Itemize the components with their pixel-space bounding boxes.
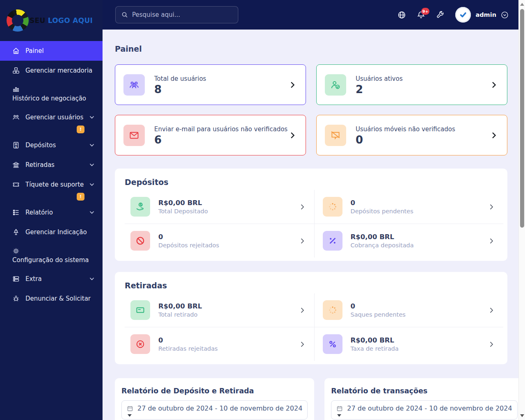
- topbar: 9+ admin: [103, 0, 518, 30]
- caret-down-icon: [337, 414, 512, 417]
- withdrawals-pending-row[interactable]: 0 Saques pendentes: [314, 293, 504, 327]
- avatar: [455, 7, 471, 23]
- stat-value: 6: [154, 135, 288, 145]
- vertical-scrollbar[interactable]: [518, 0, 525, 420]
- sidebar-item-label: Painel: [25, 47, 44, 55]
- item-value: R$0,00 BRL: [158, 302, 202, 310]
- chevron-right-icon: [492, 132, 496, 139]
- sidebar-item-tiquete-suporte[interactable]: Tíquete de suporte !: [0, 175, 103, 194]
- stat-value: 8: [154, 84, 206, 95]
- spinner-icon: [323, 197, 342, 217]
- chevron-down-icon: [89, 144, 94, 147]
- wrench-icon[interactable]: [436, 11, 445, 19]
- item-label: Saques pendentes: [351, 311, 406, 318]
- chevron-right-icon: [290, 132, 295, 139]
- circle-x-icon: [130, 334, 150, 354]
- alert-badge: !: [77, 193, 84, 201]
- deposits-charge-row[interactable]: R$0,00 BRL Cobrança depositada: [314, 224, 504, 258]
- item-label: Taxa de retirada: [351, 345, 399, 352]
- deposits-section: Depósitos $ R$0,00 BRL Total Depositado: [115, 169, 507, 261]
- sidebar-item-label: Gerenciar usuários: [25, 114, 83, 121]
- date-range-value: 27 de outubro de 2024 - 10 de novembro d…: [137, 404, 302, 412]
- stat-label: Usuários ativos: [356, 75, 403, 82]
- stat-label: Total de usuários: [154, 75, 206, 82]
- spinner-icon: [323, 300, 342, 320]
- sidebar-item-gerenciar-mercadoria[interactable]: Gerenciar mercadoria: [0, 61, 103, 80]
- sidebar-item-configuracao-sistema[interactable]: Configuração do sistema: [0, 242, 103, 269]
- logo-text-primary: SEU: [30, 16, 46, 25]
- withdrawals-total-row[interactable]: R$0,00 BRL Total retirado: [125, 293, 314, 327]
- percent-slash-icon: [323, 231, 342, 251]
- sidebar-item-painel[interactable]: Painel: [0, 41, 103, 61]
- stat-card-moveis-nao-verificados[interactable]: Usuários móveis não verificados 0: [316, 115, 507, 155]
- date-range-picker[interactable]: 27 de outubro de 2024 - 10 de novembro d…: [121, 400, 308, 420]
- chevron-right-icon: [290, 81, 295, 89]
- item-label: Total Depositado: [158, 208, 208, 215]
- topbar-actions: 9+ admin: [397, 7, 518, 23]
- credit-card-icon: [130, 300, 150, 320]
- search-box[interactable]: [115, 6, 238, 23]
- sidebar-item-label: Depósitos: [25, 142, 56, 149]
- scroll-up-arrow-icon[interactable]: [520, 3, 524, 6]
- sidebar-item-depositos[interactable]: $ Depósitos: [0, 135, 103, 155]
- sidebar-item-denunciar-solicitar[interactable]: Denunciar & Solicitar: [0, 289, 103, 308]
- page-title: Painel: [115, 44, 507, 53]
- deposits-total-row[interactable]: $ R$0,00 BRL Total Depositado: [125, 190, 314, 224]
- chevron-right-icon: [490, 238, 493, 244]
- report-deposito-retirada-card: Relatório de Depósito e Retirada 27 de o…: [115, 378, 314, 420]
- chevron-right-icon: [490, 307, 493, 313]
- stat-card-total-usuarios[interactable]: Total de usuários 8: [115, 64, 306, 105]
- chevron-right-icon: [490, 204, 493, 210]
- withdrawals-section: Retiradas R$0,00 BRL Total retirado: [115, 272, 507, 364]
- alert-badge: !: [77, 126, 84, 133]
- item-label: Cobrança depositada: [351, 242, 414, 249]
- server-icon: [12, 275, 20, 283]
- search-icon: [121, 11, 128, 18]
- main-content: Painel Total de usuários 8 Usuários ativ…: [103, 30, 518, 420]
- notifications-bell-icon[interactable]: 9+: [417, 11, 425, 19]
- notification-count-badge: 9+: [421, 8, 430, 15]
- item-value: R$0,00 BRL: [158, 199, 208, 207]
- chevron-down-icon: [89, 116, 94, 119]
- sidebar-item-extra[interactable]: Extra: [0, 269, 103, 289]
- bug-icon: [12, 295, 20, 302]
- sidebar-item-gerenciar-indicacao[interactable]: Gerenciar Indicação: [0, 222, 103, 242]
- chevron-down-icon: [89, 211, 94, 214]
- scroll-down-arrow-icon[interactable]: [520, 414, 524, 417]
- item-label: Depósitos pendentes: [351, 208, 413, 215]
- report-title: Relatório de Depósito e Retirada: [121, 387, 308, 395]
- logo-text: SEU LOGO AQUI: [30, 16, 93, 25]
- sidebar-item-label: Configuração do sistema: [12, 256, 94, 264]
- withdrawals-rejected-row[interactable]: 0 Retiradas rejeitadas: [125, 327, 314, 361]
- item-label: Depósitos rejeitados: [158, 242, 219, 249]
- sidebar-item-label: Gerenciar mercadoria: [25, 67, 92, 74]
- app-logo[interactable]: SEU LOGO AQUI: [0, 0, 103, 41]
- chevron-down-icon: [89, 183, 94, 186]
- sidebar-item-relatorio[interactable]: Relatório: [0, 203, 103, 222]
- sidebar-item-retiradas[interactable]: Retiradas: [0, 155, 103, 175]
- chevron-right-icon: [301, 341, 304, 347]
- stat-card-usuarios-ativos[interactable]: Usuários ativos 2: [316, 64, 507, 105]
- list-icon: [12, 209, 20, 216]
- section-title: Depósitos: [125, 178, 503, 187]
- calendar-icon: [336, 405, 343, 412]
- deposits-rejected-row[interactable]: 0 Depósitos rejeitados: [125, 224, 314, 258]
- item-value: 0: [158, 233, 219, 241]
- language-globe-icon[interactable]: [397, 11, 406, 19]
- date-range-picker[interactable]: 27 de outubro de 2024 - 10 de novembro d…: [331, 400, 517, 420]
- username-label: admin: [475, 11, 496, 18]
- search-input[interactable]: [132, 11, 226, 18]
- percent-icon: [323, 334, 342, 354]
- user-menu[interactable]: admin: [455, 7, 509, 23]
- stat-card-email-nao-verificados[interactable]: Enviar e-mail para usuários não verifica…: [115, 115, 306, 155]
- sidebar: SEU LOGO AQUI Painel Gerenciar mercadori…: [0, 0, 103, 420]
- deposits-pending-row[interactable]: 0 Depósitos pendentes: [314, 190, 504, 224]
- report-transacoes-card: Relatório de transações 27 de outubro de…: [324, 378, 518, 420]
- sidebar-item-historico-negociacao[interactable]: Histórico de negociação: [0, 80, 103, 107]
- item-value: 0: [351, 302, 406, 310]
- scrollbar-thumb[interactable]: [520, 9, 524, 228]
- calendar-icon: [127, 405, 133, 412]
- report-title: Relatório de transações: [331, 387, 517, 395]
- withdrawals-fee-row[interactable]: R$0,00 BRL Taxa de retirada: [314, 327, 504, 361]
- sidebar-item-gerenciar-usuarios[interactable]: Gerenciar usuários !: [0, 107, 103, 127]
